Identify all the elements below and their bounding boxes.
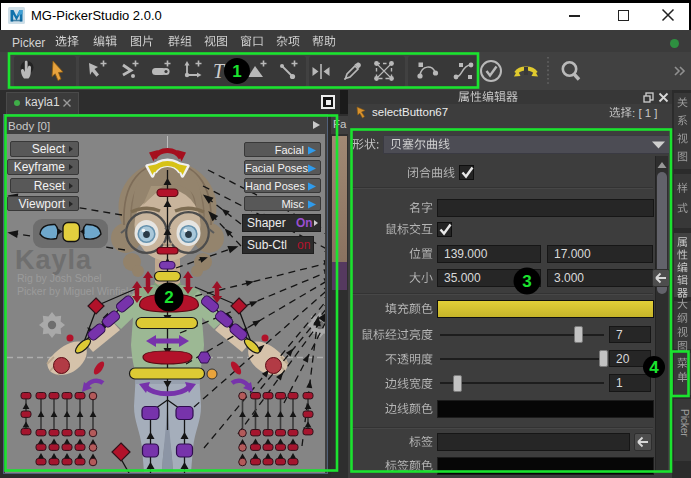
svg-text:Picker by Miguel Winfield: Picker by Miguel Winfield xyxy=(17,285,134,297)
svg-text:Rig by Josh Sobel: Rig by Josh Sobel xyxy=(17,272,102,284)
svg-text:Kayla: Kayla xyxy=(15,245,92,275)
